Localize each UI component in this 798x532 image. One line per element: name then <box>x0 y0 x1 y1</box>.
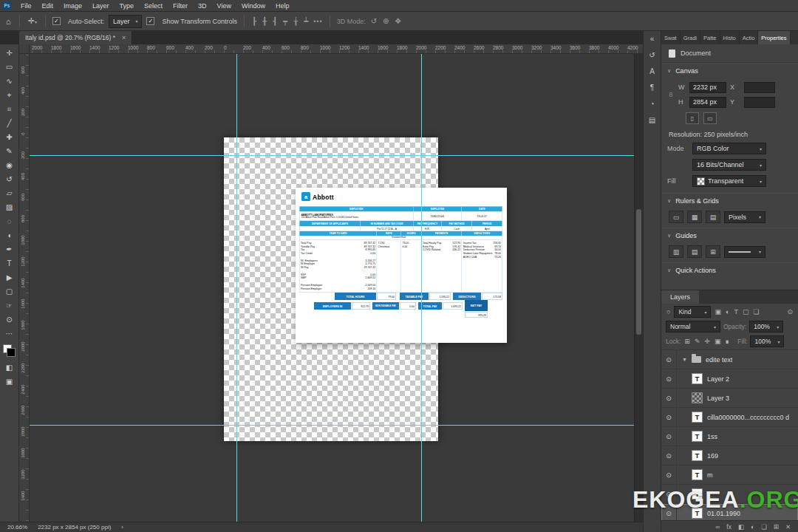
toggle-pixel-grid-icon[interactable]: ▤ <box>706 211 720 223</box>
quick-actions-section-header[interactable]: ∨ Quick Actions <box>661 262 798 278</box>
panel-tab-patte[interactable]: Patte <box>700 31 720 44</box>
menu-image[interactable]: Image <box>58 2 87 10</box>
layer-visibility-eye-icon[interactable]: ⊙ <box>661 408 677 426</box>
layer-row[interactable]: ⊙TLayer 2 <box>661 369 798 389</box>
x-field[interactable] <box>744 82 775 93</box>
canvas-fill-dropdown[interactable]: Transparent ▾ <box>692 175 766 187</box>
opacity-dropdown[interactable]: 100% ▾ <box>749 321 783 332</box>
layer-row[interactable]: ⊙▼edite text <box>661 350 798 369</box>
portrait-orientation-icon[interactable]: ▯ <box>686 112 699 124</box>
healing-brush-tool[interactable]: ✚ <box>1 130 18 144</box>
zoom-tool[interactable]: ⊙ <box>1 313 18 327</box>
adjustment-layer-icon[interactable]: ◐ <box>751 523 754 531</box>
color-mode-dropdown[interactable]: RGB Color ▾ <box>692 143 766 154</box>
toggle-grid-icon[interactable]: ▦ <box>687 211 702 223</box>
clear-guides-icon[interactable]: ⊞ <box>706 245 720 258</box>
filter-type-layers-icon[interactable]: T <box>733 308 739 316</box>
type-tool[interactable]: T <box>1 256 18 270</box>
path-selection-tool[interactable]: ▶ <box>1 270 18 284</box>
menu-select[interactable]: Select <box>139 2 168 10</box>
menu-layer[interactable]: Layer <box>87 2 115 10</box>
crop-tool[interactable]: ⌗ <box>1 102 18 116</box>
horizontal-guide[interactable] <box>30 155 634 156</box>
canvas-section-header[interactable]: ∨ Canvas <box>661 63 798 78</box>
menu-help[interactable]: Help <box>270 2 295 10</box>
shape-tool[interactable]: ▢ <box>1 284 18 299</box>
align-top-edges-icon[interactable]: ┯ <box>282 17 288 25</box>
ruler-origin-corner[interactable] <box>19 44 30 54</box>
hand-tool[interactable]: ☞ <box>1 299 18 313</box>
document-tab[interactable]: Italy id.psd @ 20.7% (RGB/16) * × <box>19 31 132 44</box>
align-left-edges-icon[interactable]: ┠ <box>251 17 257 25</box>
lock-transparent-pixels-icon[interactable]: ⊞ <box>683 338 691 345</box>
vertical-guide[interactable] <box>236 54 237 522</box>
menu-edit[interactable]: Edit <box>37 2 59 10</box>
layer-mask-icon[interactable]: ◧ <box>738 523 744 531</box>
3d-orbit-icon[interactable]: ↺ <box>370 17 378 25</box>
blur-tool[interactable]: ◌ <box>1 214 18 228</box>
3d-pan-icon[interactable]: ⊕ <box>382 17 389 25</box>
lock-artboard-icon[interactable]: ▣ <box>714 338 722 345</box>
vertical-guide[interactable] <box>421 54 422 522</box>
history-brush-tool[interactable]: ↺ <box>1 172 18 186</box>
panel-tab-actio[interactable]: Actio <box>740 31 759 44</box>
pen-tool[interactable]: ✒ <box>1 242 18 256</box>
ruler-units-dropdown[interactable]: Pixels ▾ <box>724 211 765 223</box>
layer-row[interactable]: ⊙T1ss <box>661 427 798 446</box>
dodge-tool[interactable]: ◖ <box>1 228 18 242</box>
show-transform-checkbox[interactable]: ✓ <box>146 17 154 25</box>
lock-all-icon[interactable]: ∎ <box>724 338 730 345</box>
group-expand-icon[interactable]: ▼ <box>682 357 687 362</box>
bit-depth-dropdown[interactable]: 16 Bits/Channel ▾ <box>692 159 766 171</box>
move-tool[interactable]: ✛ <box>1 46 18 60</box>
panel-tab-histo[interactable]: Histo <box>720 31 740 44</box>
libraries-panel-icon[interactable]: ▤ <box>649 116 655 124</box>
eyedropper-tool[interactable]: ╱ <box>1 116 18 130</box>
layer-row[interactable]: ⊙Tcilla0000000...ccccccccc0 d <box>661 408 798 427</box>
layer-row[interactable]: ⊙Tm <box>661 466 798 485</box>
layer-filter-kind-dropdown[interactable]: Kind ▾ <box>674 306 711 318</box>
filter-shape-layers-icon[interactable]: ▢ <box>742 308 750 316</box>
lock-guides-icon[interactable]: ▤ <box>687 245 702 258</box>
menu-filter[interactable]: Filter <box>168 2 193 10</box>
fill-dropdown[interactable]: 100% ▾ <box>750 335 784 347</box>
filter-adjustment-layers-icon[interactable]: ◐ <box>725 308 730 316</box>
width-field[interactable]: 2232 px <box>689 82 726 93</box>
new-group-icon[interactable]: ❏ <box>761 523 767 531</box>
layer-visibility-eye-icon[interactable]: ⊙ <box>661 466 677 484</box>
layer-effects-icon[interactable]: fx <box>726 523 732 531</box>
layer-visibility-eye-icon[interactable]: ⊙ <box>661 427 677 446</box>
layer-row[interactable]: ⊙T169 <box>661 446 798 466</box>
character-panel-icon[interactable]: A <box>649 67 655 75</box>
toggle-guides-icon[interactable]: ▥ <box>669 245 683 258</box>
vertical-ruler[interactable]: 6004002000200400600800100012001400160018… <box>19 54 30 522</box>
more-align-options-icon[interactable]: ••• <box>313 18 322 25</box>
scrollbar-thumb[interactable] <box>636 209 641 335</box>
move-tool-icon[interactable]: ✛▾ <box>27 16 38 26</box>
auto-select-target-dropdown[interactable]: Layer ▾ <box>109 15 143 28</box>
align-right-edges-icon[interactable]: ┨ <box>272 17 278 25</box>
adjustments-panel-icon[interactable]: ◔ <box>649 100 654 108</box>
filter-smart-objects-icon[interactable]: ❏ <box>752 308 760 316</box>
background-color-swatch[interactable] <box>7 348 16 357</box>
align-bottom-edges-icon[interactable]: ┷ <box>303 17 309 25</box>
layer-visibility-eye-icon[interactable]: ⊙ <box>661 389 677 407</box>
link-layers-icon[interactable]: ∞ <box>715 523 720 531</box>
panel-tab-gradi[interactable]: Gradi <box>681 31 700 44</box>
canvas-area[interactable]: a Abbott EMPLOYER EMPLOYEE DATE ABBOTT L… <box>30 54 634 522</box>
filter-pixel-layers-icon[interactable]: ▣ <box>714 308 722 316</box>
menu-3d[interactable]: 3D <box>193 2 212 10</box>
new-layer-icon[interactable]: ⊞ <box>774 523 779 531</box>
menu-type[interactable]: Type <box>115 2 140 10</box>
close-tab-icon[interactable]: × <box>122 34 126 41</box>
landscape-orientation-icon[interactable]: ▭ <box>703 112 717 124</box>
lock-position-icon[interactable]: ✛ <box>703 338 711 345</box>
delete-layer-icon[interactable]: ✕ <box>785 523 791 531</box>
align-horizontal-centers-icon[interactable]: ╂ <box>262 17 267 25</box>
lasso-tool[interactable]: ∿ <box>1 74 18 88</box>
marquee-tool[interactable]: ▭ <box>1 60 18 74</box>
horizontal-ruler[interactable]: 2000180016001400120010008006004002000200… <box>30 44 643 54</box>
status-menu-caret[interactable]: › <box>121 524 123 531</box>
y-field[interactable] <box>744 97 775 108</box>
quick-mask-button[interactable]: ◧ <box>1 361 18 375</box>
